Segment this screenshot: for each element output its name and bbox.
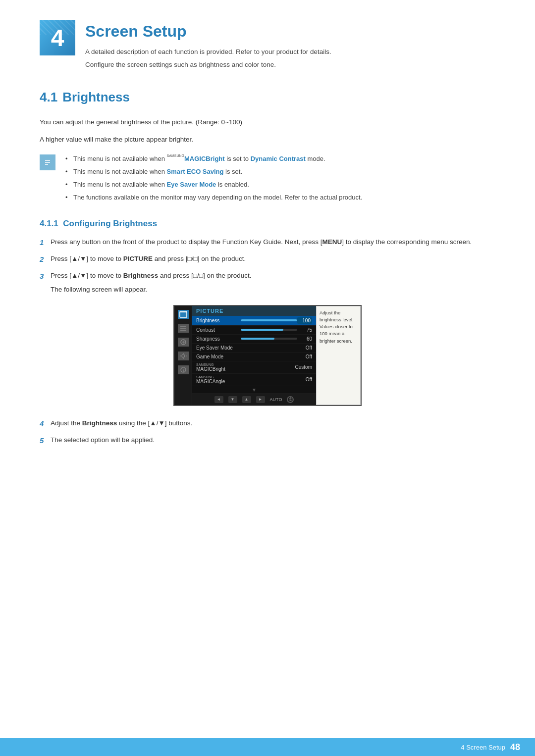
osd-header: PICTURE	[192, 306, 316, 316]
chapter-desc2: Configure the screen settings such as br…	[85, 59, 331, 70]
osd-bar-fill	[241, 319, 297, 321]
screen-mockup-wrapper: i PICTURE Brightness 100	[40, 305, 495, 406]
osd-tooltip: Adjust the brightness level. Values clos…	[316, 306, 361, 405]
notes-list: This menu is not available when SAMSUNGM…	[65, 153, 362, 205]
notes-icon-inner	[40, 154, 55, 170]
svg-point-10	[182, 354, 185, 357]
note-item-3: This menu is not available when Eye Save…	[65, 179, 362, 190]
osd-row-sharpness: Sharpness 60	[192, 335, 316, 344]
footer-section-label: 4 Screen Setup	[461, 744, 505, 751]
osd-label-eyesaver: Eye Saver Mode	[196, 345, 241, 351]
osd-label-gamemode: Game Mode	[196, 354, 241, 359]
step-2: 2 Press [▲/▼] to move to PICTURE and pre…	[40, 253, 495, 265]
osd-main: PICTURE Brightness 100 Contrast	[192, 306, 316, 405]
osd-down-arrow: ▼	[192, 386, 316, 394]
step-4: 4 Adjust the Brightness using the [▲/▼] …	[40, 418, 495, 430]
chapter-title-area: Screen Setup A detailed description of e…	[85, 20, 331, 72]
osd-label-sharpness: Sharpness	[196, 336, 241, 342]
body-text-range: You can adjust the general brightness of…	[40, 117, 495, 128]
svg-rect-5	[180, 311, 187, 313]
page-footer: 4 Screen Setup 48	[0, 738, 535, 756]
osd-bar-contrast	[241, 329, 297, 331]
osd-icon-gear	[178, 352, 189, 360]
osd-row-contrast: Contrast 75	[192, 326, 316, 335]
osd-value-eyesaver: Off	[287, 345, 312, 351]
footer-page-number: 48	[510, 742, 520, 753]
osd-btn-up: ▲	[242, 396, 251, 403]
notes-block: This menu is not available when SAMSUNGM…	[40, 153, 495, 205]
note-item-4: The functions available on the monitor m…	[65, 192, 362, 203]
osd-label-magicbright: SAMSUNG MAGICBright	[196, 363, 241, 372]
osd-row-brightness: Brightness 100	[192, 316, 316, 326]
osd-icon-arrow	[178, 338, 189, 347]
chapter-header: 4 Screen Setup A detailed description of…	[40, 20, 495, 72]
osd-value-gamemode: Off	[287, 354, 312, 359]
osd-value-magicangle: Off	[287, 377, 312, 382]
osd-icon-picture	[178, 310, 189, 319]
osd-value-brightness: 100	[297, 317, 312, 324]
osd-label-brightness: Brightness	[196, 318, 241, 323]
chapter-desc1: A detailed description of each function …	[85, 47, 331, 57]
section-4-1-heading: 4.1Brightness	[40, 90, 495, 107]
screen-mockup: i PICTURE Brightness 100	[173, 305, 362, 406]
osd-btn-left: ◄	[214, 396, 223, 403]
osd-icon-info: i	[178, 365, 189, 374]
osd-icon-lines	[178, 324, 189, 333]
osd-row-gamemode: Game Mode Off	[192, 353, 316, 361]
steps-list: 1 Press any button on the front of the p…	[40, 237, 495, 295]
osd-sidebar: i	[174, 306, 192, 405]
osd-value-magicbright: Custom	[287, 364, 312, 370]
subsection-4-1-1-heading: 4.1.1 Configuring Brightness	[40, 219, 495, 229]
chapter-number: 4	[40, 20, 75, 55]
step-1: 1 Press any button on the front of the p…	[40, 237, 495, 249]
osd-label-magicangle: SAMSUNG MAGICAngle	[196, 375, 241, 384]
svg-text:i: i	[183, 368, 184, 373]
osd-value-sharpness: 60	[297, 336, 312, 342]
osd-bar-sharpness	[241, 338, 297, 340]
chapter-title: Screen Setup	[85, 22, 331, 41]
osd-btn-down: ▼	[228, 396, 237, 403]
osd-value-contrast: 75	[297, 327, 312, 333]
osd-bar-brightness	[241, 319, 297, 321]
notes-icon	[40, 154, 57, 172]
osd-label-contrast: Contrast	[196, 327, 241, 333]
step-5: 5 The selected option will be applied.	[40, 435, 495, 447]
osd-bar-bg	[241, 319, 297, 321]
osd-power-btn: ⏻	[287, 396, 294, 403]
note-item-2: This menu is not available when Smart EC…	[65, 166, 362, 177]
osd-row-magicangle: SAMSUNG MAGICAngle Off	[192, 374, 316, 386]
step-3: 3 Press [▲/▼] to move to Brightness and …	[40, 270, 495, 295]
osd-row-eyesaver: Eye Saver Mode Off	[192, 344, 316, 353]
osd-bottom-bar: ◄ ▼ ▲ ► AUTO ⏻	[192, 394, 316, 405]
body-text-brighter: A higher value will make the picture app…	[40, 134, 495, 146]
osd-btn-right: ►	[256, 396, 265, 403]
osd-auto-label: AUTO	[270, 397, 282, 402]
note-item-1: This menu is not available when SAMSUNGM…	[65, 153, 362, 164]
osd-row-magicbright: SAMSUNG MAGICBright Custom	[192, 361, 316, 374]
steps-4-5-list: 4 Adjust the Brightness using the [▲/▼] …	[40, 418, 495, 447]
